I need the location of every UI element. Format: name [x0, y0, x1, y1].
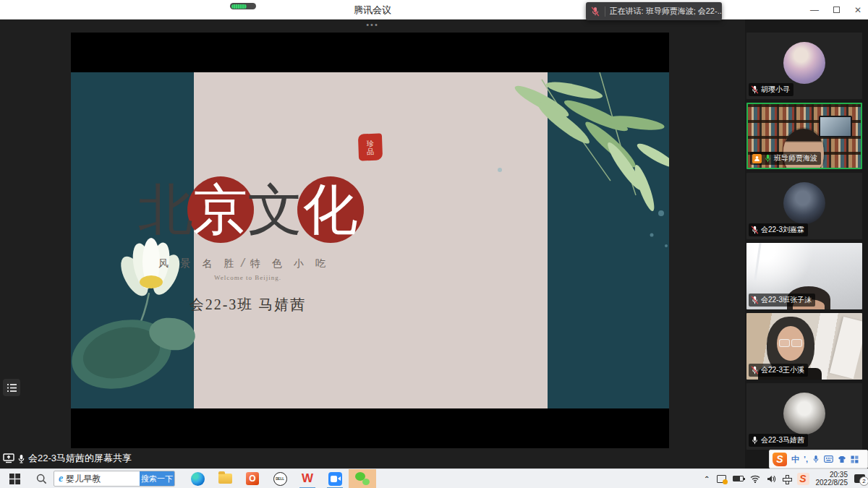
screen-share-icon — [3, 453, 14, 463]
participant-tile[interactable]: 会22-3班张子沫 — [746, 243, 862, 309]
mic-muted-icon — [751, 85, 759, 94]
ime-keyboard-icon[interactable] — [824, 455, 833, 463]
tray-expand-chevron-icon[interactable]: ⌃ — [704, 475, 710, 483]
taskbar-app-file-explorer[interactable] — [211, 469, 239, 488]
glasses — [779, 339, 802, 347]
mic-muted-icon — [751, 296, 759, 304]
dell-icon: DELL — [273, 472, 287, 486]
wifi-icon[interactable] — [750, 475, 760, 483]
participant-tile-active-speaker[interactable]: 班导师贾海波 — [746, 103, 862, 169]
restore-button[interactable] — [830, 4, 842, 16]
title-char: 北 — [138, 175, 193, 244]
screen-share-banner: 会22-3马婧茜的屏幕共享 — [3, 450, 132, 466]
wps-icon: W — [302, 471, 313, 486]
slide-welcome-text: Welcome to Beijing. — [71, 274, 425, 281]
wechat-icon — [355, 472, 370, 485]
sogou-tray-icon[interactable]: S — [797, 473, 809, 485]
presentation-slide: 珍品 北 京 文 化 风景名胜 / 特色小吃 Welcome to Beijin… — [71, 72, 669, 408]
minimize-button[interactable]: — — [809, 4, 820, 16]
meeting-info-toggle-button[interactable] — [3, 379, 20, 396]
ime-punctuation-icon[interactable]: ’, — [804, 455, 808, 463]
volume-icon[interactable] — [767, 475, 776, 483]
start-button[interactable] — [0, 469, 29, 488]
taskbar-app-wps[interactable]: W — [294, 469, 321, 488]
bamboo-decoration — [455, 72, 669, 260]
ie-icon: e — [59, 473, 63, 484]
battery-icon[interactable] — [733, 476, 744, 481]
sogou-logo-icon[interactable]: S — [773, 453, 787, 466]
taskbar-app-tencent-meeting[interactable] — [321, 469, 349, 488]
tencent-meeting-icon — [328, 472, 342, 486]
mic-muted-icon — [751, 226, 759, 234]
office-icon: O — [246, 472, 259, 485]
avatar — [783, 182, 825, 224]
toast-divider — [605, 7, 605, 17]
tray-date: 2022/8/25 — [816, 479, 848, 487]
avatar — [783, 393, 825, 435]
participant-name: 胡璎小寻 — [761, 85, 790, 95]
participant-name: 会22-3班张子沫 — [761, 295, 812, 305]
speaking-notification[interactable]: 正在讲话: 班导师贾海波; 会22-... — [586, 2, 722, 20]
tray-time: 20:35 — [816, 471, 848, 479]
participant-sidebar: 胡璎小寻 班导师贾海波 — [745, 20, 868, 468]
avatar — [783, 42, 825, 84]
ime-toolbox-icon[interactable] — [851, 455, 859, 463]
red-seal-stamp: 珍品 — [357, 133, 382, 160]
participant-name: 会22-3刘嘉霖 — [761, 225, 804, 235]
mic-muted-icon — [586, 7, 605, 17]
toast-text: 正在讲话: 班导师贾海波; 会22-... — [610, 6, 722, 17]
title-char-red-circle: 化 — [297, 176, 364, 243]
taskbar-app-wechat[interactable] — [349, 469, 376, 488]
host-badge-icon — [752, 154, 762, 163]
tray-clock[interactable]: 20:35 2022/8/25 — [816, 471, 848, 487]
participant-name: 会22-3马婧茜 — [761, 435, 804, 445]
slide-author: 会22-3班 马婧茜 — [71, 295, 425, 314]
window-titlebar: 腾讯会议 — ✕ — [0, 0, 868, 20]
lotus-decoration — [71, 224, 195, 408]
file-explorer-icon — [218, 474, 232, 484]
title-char-red-circle: 京 — [187, 176, 254, 243]
mic-speaking-icon — [764, 154, 772, 163]
participant-tile[interactable]: 会22-3马婧茜 — [746, 383, 862, 450]
slide-subtitle: 风景名胜 / 特色小吃 — [71, 256, 425, 270]
participant-tile[interactable]: 会22-3王小溪 — [746, 313, 862, 380]
taskbar-app-edge[interactable] — [184, 469, 211, 488]
taskbar-app-dell[interactable]: DELL — [266, 469, 294, 488]
mic-on-icon — [17, 454, 25, 463]
toolbar-collapse-hint[interactable]: ••• — [0, 20, 745, 30]
share-banner-text: 会22-3马婧茜的屏幕共享 — [28, 452, 132, 465]
ime-indicator-icon[interactable] — [783, 475, 791, 483]
shared-screen: 珍品 北 京 文 化 风景名胜 / 特色小吃 Welcome to Beijin… — [71, 33, 669, 448]
tray-app-window-icon[interactable] — [717, 475, 726, 483]
ime-chinese-mode-icon[interactable]: 中 — [791, 454, 799, 465]
title-char: 文 — [248, 175, 303, 244]
mic-muted-icon — [751, 366, 759, 374]
windows-taskbar: e 搜索一下 O DELL W ⌃ S 20:35 202 — [0, 468, 868, 488]
taskbar-search-box[interactable]: e 搜索一下 — [54, 471, 175, 487]
participant-name: 班导师贾海波 — [774, 153, 817, 163]
ime-skin-icon[interactable] — [838, 455, 846, 463]
taskbar-app-office[interactable]: O — [239, 469, 266, 488]
participant-tile[interactable]: 会22-3刘嘉霖 — [746, 173, 862, 239]
edge-icon — [191, 472, 205, 486]
search-go-button[interactable]: 搜索一下 — [140, 471, 174, 487]
ime-voice-icon[interactable] — [812, 455, 820, 463]
participant-tile[interactable]: 胡璎小寻 — [746, 33, 862, 99]
video-feed-detail — [819, 116, 852, 137]
mic-on-icon — [751, 436, 759, 445]
taskbar-search-icon[interactable] — [29, 469, 54, 488]
search-input[interactable] — [66, 474, 140, 484]
slide-title: 北 京 文 化 — [71, 174, 425, 246]
participant-name: 会22-3王小溪 — [761, 365, 804, 375]
meeting-stage: ••• — [0, 20, 745, 468]
close-button[interactable]: ✕ — [852, 4, 864, 16]
sogou-ime-toolbar: S 中 ’, — [769, 450, 868, 468]
action-center-icon[interactable] — [854, 474, 865, 483]
